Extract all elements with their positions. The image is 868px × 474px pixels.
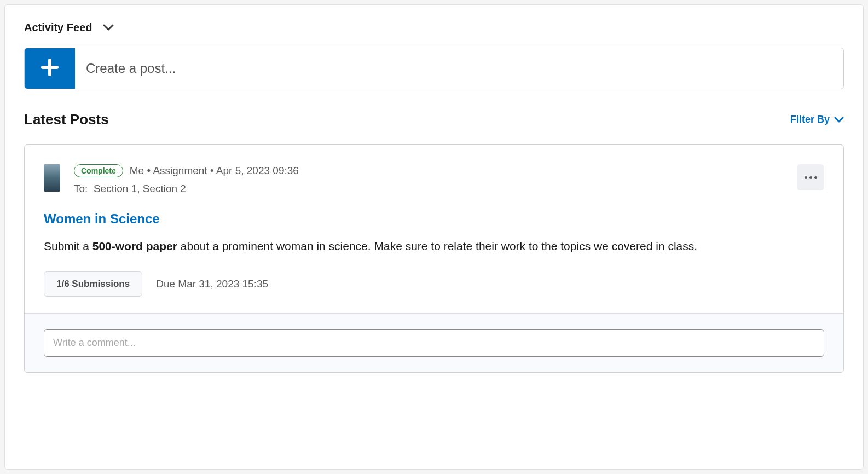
page-title: Activity Feed [24,21,92,34]
filter-by-button[interactable]: Filter By [790,114,844,125]
chevron-down-icon[interactable] [103,23,114,33]
section-header: Latest Posts Filter By [24,111,844,128]
more-horizontal-icon [805,176,817,179]
post-to-line: To: Section 1, Section 2 [74,183,783,195]
create-post-placeholder[interactable]: Create a post... [75,48,843,89]
post-body: Submit a 500-word paper about a prominen… [44,238,824,255]
submissions-button[interactable]: 1/6 Submissions [44,271,142,297]
activity-feed-container: Activity Feed Create a post... Latest Po… [4,4,864,470]
create-post-plus-button[interactable] [25,48,75,89]
due-date: Due Mar 31, 2023 15:35 [156,278,268,290]
post-card: Complete Me • Assignment • Apr 5, 2023 0… [24,144,844,373]
post-meta-line: Complete Me • Assignment • Apr 5, 2023 0… [74,164,783,177]
comment-section [25,313,843,372]
plus-icon [40,58,59,79]
post-main: Complete Me • Assignment • Apr 5, 2023 0… [25,145,843,313]
page-header: Activity Feed [24,21,844,34]
filter-by-label: Filter By [790,114,830,125]
post-author: Me [130,165,144,176]
post-type: Assignment [153,165,207,176]
post-header: Complete Me • Assignment • Apr 5, 2023 0… [44,164,824,195]
chevron-down-icon [834,114,844,125]
create-post-bar[interactable]: Create a post... [24,48,844,89]
post-title-link[interactable]: Women in Science [44,211,824,227]
post-body-bold: 500-word paper [92,240,177,252]
post-footer: 1/6 Submissions Due Mar 31, 2023 15:35 [44,271,824,297]
avatar [44,164,60,192]
comment-input[interactable] [44,329,824,357]
section-title: Latest Posts [24,111,109,128]
post-meta: Complete Me • Assignment • Apr 5, 2023 0… [74,164,783,195]
post-meta-text: Me • Assignment • Apr 5, 2023 09:36 [130,165,299,177]
post-to-label: To: [74,183,88,194]
status-badge: Complete [74,164,123,177]
post-date: Apr 5, 2023 09:36 [216,165,299,176]
more-actions-button[interactable] [797,164,824,190]
post-to-value: Section 1, Section 2 [94,183,186,194]
